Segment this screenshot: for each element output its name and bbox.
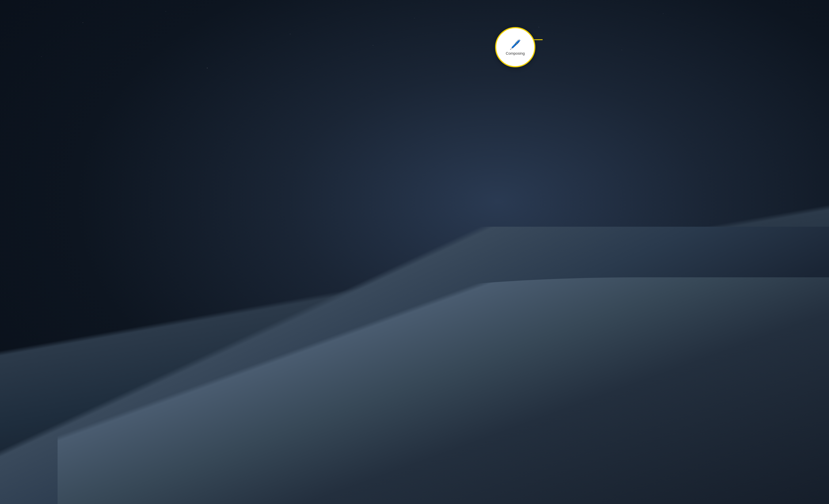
- desktop-background: [0, 0, 829, 504]
- callout-circle-label: Composing: [506, 51, 525, 55]
- stars-overlay: [0, 0, 829, 227]
- callout-compose-icon: 🖊️: [509, 39, 521, 50]
- callout-circle: 🖊️ Composing: [495, 27, 535, 67]
